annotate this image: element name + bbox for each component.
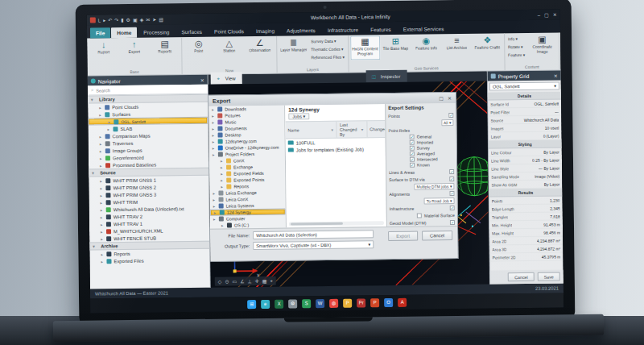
ribbon-button[interactable]: ⊞ Tile Base Map	[381, 35, 411, 60]
ribbon-button[interactable]: ▦ HxGN Content Program	[350, 35, 380, 60]
expander-icon[interactable]: ▸	[100, 148, 103, 153]
expander-icon[interactable]: ▸	[213, 204, 217, 209]
ribbon-small-button[interactable]: Thematic Codes ▾	[309, 46, 346, 53]
expander-icon[interactable]: ▸	[101, 200, 104, 205]
expander-icon[interactable]: ▸	[212, 114, 215, 118]
expander-icon[interactable]: ▸	[100, 141, 103, 146]
column-header[interactable]: Last Changed By▼	[337, 121, 367, 137]
expander-icon[interactable]: ▸	[212, 127, 215, 131]
expander-icon[interactable]: ▸	[101, 259, 104, 264]
ribbon-tab[interactable]: File	[90, 27, 110, 38]
expander-icon[interactable]: ▸	[213, 152, 216, 157]
infrastructure-checkbox[interactable]	[450, 206, 455, 210]
taskbar-icon[interactable]: ◍	[329, 298, 338, 307]
cad-canvas[interactable]: N X ◇ ⊙ ▭ ∠ ⊥	[208, 81, 489, 288]
ribbon-button[interactable]: ↓ Report	[89, 39, 118, 63]
filter-icon[interactable]: ▼	[361, 127, 365, 131]
lines-areas-checkbox[interactable]	[449, 169, 454, 174]
ribbon-button[interactable]: ▤ Reports	[150, 38, 180, 62]
expander-icon[interactable]: ▾	[92, 170, 95, 175]
ribbon-button[interactable]: ❖ Feature Crafts	[473, 34, 502, 58]
expander-icon[interactable]: ▾	[93, 243, 96, 248]
ribbon-tab[interactable]: Imaging	[250, 26, 280, 36]
ribbon-button[interactable]: ◎ Point	[184, 38, 213, 62]
expander-icon[interactable]: ▸	[221, 178, 224, 183]
snap-tool-icon[interactable]: ⊙	[225, 279, 229, 284]
quick-access-icon[interactable]: ↶	[108, 18, 112, 23]
snap-tool-icon[interactable]: ⌖	[270, 278, 272, 283]
snap-tool-icon[interactable]: ◇	[218, 279, 222, 284]
alignments-checkbox[interactable]	[449, 191, 454, 196]
expander-icon[interactable]: ▸	[214, 210, 217, 215]
maximize-icon[interactable]: ▢	[544, 12, 549, 17]
expander-icon[interactable]: ▸	[99, 112, 102, 117]
expander-icon[interactable]: ▸	[99, 105, 102, 110]
quick-access-icon[interactable]: ➤	[152, 17, 156, 22]
quick-access-icon[interactable]: ✉	[146, 17, 150, 22]
point-role-checkbox[interactable]	[410, 163, 415, 168]
ribbon-tab[interactable]: Point Clouds	[208, 26, 250, 37]
ribbon-tab[interactable]: External Services	[398, 23, 450, 35]
ribbon-small-button[interactable]: Info ▾	[506, 35, 526, 42]
search-input[interactable]	[96, 86, 204, 93]
snap-tool-icon[interactable]: ▦	[262, 278, 267, 283]
jobs-filter-dropdown[interactable]: Jobs ▾	[288, 113, 309, 119]
surface-dtm-checkbox[interactable]	[449, 177, 454, 181]
taskbar-icon[interactable]: ⊞	[247, 300, 256, 309]
expander-icon[interactable]: ▸	[221, 172, 224, 177]
ribbon-button[interactable]: ≣ Layer Manager	[279, 36, 308, 60]
taskbar-icon[interactable]: A	[398, 297, 407, 306]
expander-icon[interactable]: ▸	[221, 165, 224, 170]
file-name-input[interactable]: Whitchurch All Data (Selection)	[253, 230, 374, 239]
ribbon-tab[interactable]: Surfaces	[175, 27, 208, 37]
property-object-selector[interactable]: OGL, Sandett▾	[489, 81, 559, 90]
quick-access-icon[interactable]: ▣	[133, 17, 138, 22]
minimize-icon[interactable]: –	[538, 12, 540, 17]
quick-access-icon[interactable]: L	[98, 18, 101, 23]
ribbon-tab[interactable]: Features	[365, 24, 397, 35]
ribbon-small-button[interactable]: Rotate ▾	[506, 44, 526, 50]
expander-icon[interactable]: ▸	[213, 133, 216, 138]
panel-close-icon[interactable]: ✕	[200, 77, 204, 82]
expander-icon[interactable]: ▸	[101, 229, 104, 234]
ribbon-small-button[interactable]: Survey Data ▾	[309, 38, 346, 45]
geoid-checkbox[interactable]	[450, 220, 455, 225]
ribbon-tab[interactable]: Processing	[138, 27, 175, 38]
tree-item[interactable]: ▸ Exported Files	[89, 256, 209, 265]
quick-access-icon[interactable]: ↷	[114, 18, 118, 23]
tab-inspector[interactable]: ◫ Inspector	[366, 70, 407, 83]
dialog-maximize-icon[interactable]: ▢	[439, 95, 444, 101]
output-type-dropdown[interactable]: SmartWorx Viva, Captivate (v4 - DBX) ▾	[253, 240, 374, 250]
taskbar-icon[interactable]: O	[384, 297, 393, 306]
expander-icon[interactable]: ▸	[107, 127, 110, 131]
filter-icon[interactable]: ▼	[330, 127, 334, 131]
taskbar-icon[interactable]: W	[316, 299, 324, 308]
expander-icon[interactable]: ▸	[100, 185, 103, 190]
ribbon-tab[interactable]: Home	[111, 27, 137, 38]
ribbon-button[interactable]: ↑ Export	[119, 39, 149, 63]
quick-access-icon[interactable]: ▸	[103, 18, 105, 23]
taskbar-icon[interactable]: P	[370, 298, 379, 307]
cancel-button[interactable]: Cancel	[422, 231, 452, 240]
expander-icon[interactable]: ▸	[101, 207, 104, 212]
snap-tool-icon[interactable]: ✛	[255, 279, 259, 284]
point-role-checkbox[interactable]	[410, 135, 415, 139]
expander-icon[interactable]: ▸	[213, 139, 216, 144]
point-role-checkbox[interactable]	[410, 146, 415, 151]
expander-icon[interactable]: ▸	[100, 156, 103, 160]
point-role-checkbox[interactable]	[410, 140, 415, 145]
expander-icon[interactable]: ▾	[91, 98, 94, 102]
taskbar-icon[interactable]: X	[275, 299, 283, 308]
save-button[interactable]: Save	[538, 272, 560, 281]
snap-tool-icon[interactable]: ∠	[240, 279, 244, 284]
expander-icon[interactable]: ▸	[212, 107, 215, 112]
taskbar-icon[interactable]: Pr	[357, 298, 365, 307]
ribbon-button[interactable]: ▣ Coordinate Image	[527, 33, 557, 57]
cancel-button[interactable]: Cancel	[508, 272, 535, 281]
expander-icon[interactable]: ▸	[213, 217, 217, 222]
ribbon-small-button[interactable]: Feature ▾	[506, 52, 526, 58]
quick-access-icon[interactable]: ▮	[121, 18, 123, 23]
taskbar-icon[interactable]: e	[261, 299, 270, 308]
snap-tool-icon[interactable]: ⊥	[247, 279, 251, 284]
snap-tool-icon[interactable]: ▭	[232, 279, 237, 284]
